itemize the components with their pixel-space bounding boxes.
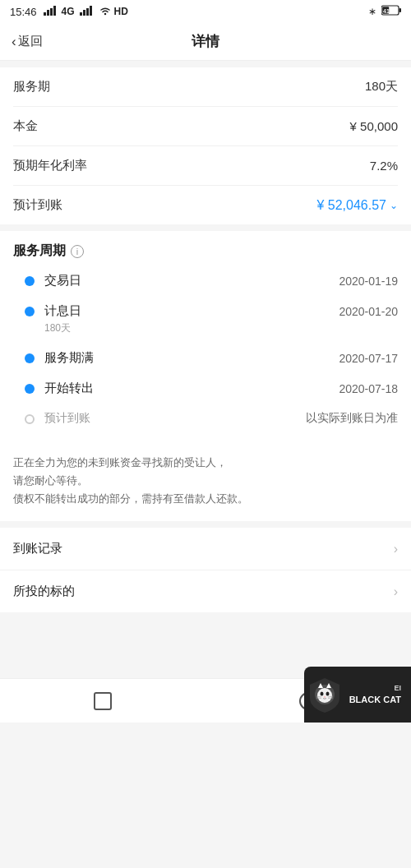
chevron-down-icon: ⌄ <box>390 200 398 211</box>
back-label: 返回 <box>18 34 43 49</box>
info-row-expected[interactable]: 预计到账 ¥ 52,046.57 ⌄ <box>13 186 398 224</box>
page-title: 详情 <box>192 32 219 51</box>
timeline-dot-5 <box>25 414 35 424</box>
signal-type: 4G <box>62 6 75 17</box>
svg-line-20 <box>316 698 321 699</box>
blackcat-watermark: EI BLACK CAT <box>304 667 411 723</box>
svg-rect-1 <box>47 10 49 16</box>
timeline-label-3: 服务期满 <box>44 350 94 366</box>
svg-point-18 <box>323 696 325 698</box>
timeline-sub-2: 180天 <box>44 321 398 335</box>
svg-text:41: 41 <box>383 8 390 14</box>
list-section: 到账记录 › 所投的标的 › <box>0 528 411 612</box>
info-row-principal: 本金 ¥ 50,000 <box>13 107 398 146</box>
svg-rect-6 <box>86 8 89 16</box>
timeline: 交易日 2020-01-19 计息日 2020-01-20 180天 <box>13 273 398 441</box>
hd-label: HD <box>114 6 128 17</box>
info-icon[interactable]: i <box>71 245 84 258</box>
svg-rect-3 <box>53 6 56 16</box>
service-period-label: 服务期 <box>13 79 50 95</box>
battery-icon: 41 <box>381 5 401 18</box>
timeline-dot-2 <box>25 307 35 316</box>
timeline-date-5: 以实际到账日为准 <box>306 411 398 426</box>
svg-rect-5 <box>83 10 85 16</box>
chevron-right-icon-2: › <box>394 584 398 599</box>
timeline-item-transfer: 开始转出 2020-07-18 <box>25 381 398 411</box>
svg-rect-9 <box>399 8 402 12</box>
service-period-value: 180天 <box>365 79 398 95</box>
timeline-date-4: 2020-07-18 <box>339 382 398 395</box>
back-chevron-icon: ‹ <box>12 34 16 50</box>
bottom-nav: EI BLACK CAT <box>0 678 411 723</box>
blackcat-text: EI BLACK CAT <box>349 684 401 705</box>
timeline-label-4: 开始转出 <box>44 381 94 396</box>
info-row-rate: 预期年化利率 7.2% <box>13 146 398 186</box>
nav-bar: ‹ 返回 详情 <box>0 23 411 61</box>
timeline-date-1: 2020-01-19 <box>339 275 398 288</box>
notice-text: 正在全力为您的未到账资金寻找新的受让人，请您耐心等待。债权不能转出成功的部分，需… <box>13 450 398 508</box>
timeline-dot-1 <box>25 276 35 286</box>
bluetooth-icon: ∗ <box>368 6 376 17</box>
list-row-records[interactable]: 到账记录 › <box>0 528 411 570</box>
square-icon <box>94 692 112 710</box>
timeline-item-interest: 计息日 2020-01-20 180天 <box>25 303 398 350</box>
signal-icon <box>44 6 58 18</box>
timeline-label-2: 计息日 <box>44 303 81 319</box>
expected-label: 预计到账 <box>13 197 62 213</box>
period-title: 服务周期 i <box>13 242 398 260</box>
svg-line-22 <box>328 698 333 699</box>
svg-rect-4 <box>80 12 82 16</box>
timeline-label-5: 预计到账 <box>44 411 90 426</box>
timeline-label-1: 交易日 <box>44 273 81 289</box>
timeline-item-arrival: 预计到账 以实际到账日为准 <box>25 411 398 441</box>
timeline-dot-3 <box>25 353 35 363</box>
rate-label: 预期年化利率 <box>13 158 87 173</box>
signal-icon2 <box>80 6 95 18</box>
records-label: 到账记录 <box>13 541 62 556</box>
status-bar: 15:46 4G HD <box>0 0 411 23</box>
chevron-right-icon-1: › <box>394 542 398 556</box>
principal-label: 本金 <box>13 118 38 134</box>
period-section: 服务周期 i 交易日 2020-01-19 <box>0 231 411 521</box>
svg-rect-7 <box>90 6 92 16</box>
svg-point-16 <box>320 692 323 696</box>
content: 服务期 180天 本金 ¥ 50,000 预期年化利率 7.2% 预计到账 ¥ … <box>0 67 411 678</box>
timeline-date-2: 2020-01-20 <box>339 305 398 318</box>
targets-label: 所投的标的 <box>13 584 75 599</box>
svg-rect-2 <box>50 8 53 16</box>
back-button[interactable]: ‹ 返回 <box>12 34 43 50</box>
rate-value: 7.2% <box>370 159 398 173</box>
timeline-item-trade: 交易日 2020-01-19 <box>25 273 398 303</box>
expected-value: ¥ 52,046.57 ⌄ <box>316 198 398 213</box>
nav-square-button[interactable] <box>94 692 112 710</box>
svg-rect-0 <box>44 12 46 16</box>
blackcat-logo-icon <box>307 676 343 713</box>
list-row-targets[interactable]: 所投的标的 › <box>0 570 411 612</box>
status-time: 15:46 <box>10 6 37 18</box>
svg-point-15 <box>317 688 332 703</box>
timeline-date-3: 2020-07-17 <box>339 352 398 365</box>
timeline-dot-4 <box>25 384 35 394</box>
info-row-service: 服务期 180天 <box>13 67 398 107</box>
wifi-icon <box>99 6 111 18</box>
principal-value: ¥ 50,000 <box>350 119 398 133</box>
timeline-item-expire: 服务期满 2020-07-17 <box>25 350 398 381</box>
info-section: 服务期 180天 本金 ¥ 50,000 预期年化利率 7.2% 预计到账 ¥ … <box>0 67 411 224</box>
svg-point-17 <box>326 692 329 696</box>
